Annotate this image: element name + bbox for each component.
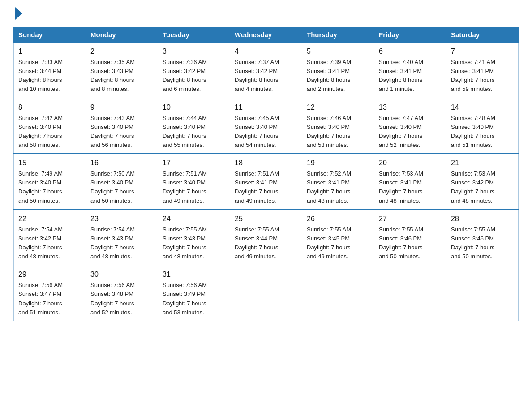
day-info: Sunrise: 7:49 AMSunset: 3:40 PMDaylight:…	[18, 170, 63, 204]
day-info: Sunrise: 7:55 AMSunset: 3:43 PMDaylight:…	[163, 226, 207, 260]
calendar-header-wednesday: Wednesday	[230, 27, 302, 43]
calendar-cell: 26Sunrise: 7:55 AMSunset: 3:45 PMDayligh…	[302, 210, 374, 265]
day-info: Sunrise: 7:39 AMSunset: 3:41 PMDaylight:…	[307, 59, 351, 92]
day-number: 17	[163, 158, 225, 168]
day-info: Sunrise: 7:33 AMSunset: 3:44 PMDaylight:…	[18, 59, 63, 92]
day-number: 30	[90, 269, 153, 280]
calendar-week-row: 15Sunrise: 7:49 AMSunset: 3:40 PMDayligh…	[14, 154, 519, 210]
calendar-header-row: SundayMondayTuesdayWednesdayThursdayFrid…	[14, 27, 519, 43]
day-number: 15	[18, 158, 81, 168]
calendar-cell: 18Sunrise: 7:51 AMSunset: 3:41 PMDayligh…	[230, 154, 302, 210]
day-number: 31	[163, 269, 225, 280]
calendar-cell: 14Sunrise: 7:48 AMSunset: 3:40 PMDayligh…	[446, 98, 519, 154]
calendar-cell	[374, 265, 446, 321]
calendar-cell: 17Sunrise: 7:51 AMSunset: 3:40 PMDayligh…	[158, 154, 230, 210]
day-number: 26	[307, 214, 369, 224]
day-info: Sunrise: 7:56 AMSunset: 3:49 PMDaylight:…	[163, 282, 207, 315]
calendar-week-row: 22Sunrise: 7:54 AMSunset: 3:42 PMDayligh…	[14, 210, 519, 265]
day-number: 20	[379, 158, 442, 168]
calendar-table: SundayMondayTuesdayWednesdayThursdayFrid…	[13, 27, 519, 321]
day-info: Sunrise: 7:55 AMSunset: 3:46 PMDaylight:…	[451, 226, 495, 260]
calendar-cell: 20Sunrise: 7:53 AMSunset: 3:41 PMDayligh…	[374, 154, 446, 210]
calendar-cell: 5Sunrise: 7:39 AMSunset: 3:41 PMDaylight…	[302, 43, 374, 98]
logo-arrow-icon	[15, 7, 22, 20]
day-number: 23	[90, 214, 153, 224]
day-info: Sunrise: 7:37 AMSunset: 3:42 PMDaylight:…	[235, 59, 279, 92]
calendar-cell: 27Sunrise: 7:55 AMSunset: 3:46 PMDayligh…	[374, 210, 446, 265]
day-number: 25	[235, 214, 297, 224]
day-number: 10	[163, 102, 225, 113]
calendar-cell: 31Sunrise: 7:56 AMSunset: 3:49 PMDayligh…	[158, 265, 230, 321]
calendar-cell: 21Sunrise: 7:53 AMSunset: 3:42 PMDayligh…	[446, 154, 519, 210]
day-info: Sunrise: 7:56 AMSunset: 3:48 PMDaylight:…	[90, 282, 135, 315]
day-number: 2	[90, 46, 153, 57]
day-info: Sunrise: 7:54 AMSunset: 3:42 PMDaylight:…	[18, 226, 63, 260]
calendar-cell: 2Sunrise: 7:35 AMSunset: 3:43 PMDaylight…	[86, 43, 158, 98]
day-info: Sunrise: 7:56 AMSunset: 3:47 PMDaylight:…	[18, 282, 63, 315]
calendar-cell: 13Sunrise: 7:47 AMSunset: 3:40 PMDayligh…	[374, 98, 446, 154]
calendar-week-row: 8Sunrise: 7:42 AMSunset: 3:40 PMDaylight…	[14, 98, 519, 154]
day-number: 3	[163, 46, 225, 57]
day-info: Sunrise: 7:55 AMSunset: 3:45 PMDaylight:…	[307, 226, 351, 260]
day-info: Sunrise: 7:40 AMSunset: 3:41 PMDaylight:…	[379, 59, 423, 92]
calendar-cell: 3Sunrise: 7:36 AMSunset: 3:42 PMDaylight…	[158, 43, 230, 98]
calendar-week-row: 29Sunrise: 7:56 AMSunset: 3:47 PMDayligh…	[14, 265, 519, 321]
day-info: Sunrise: 7:53 AMSunset: 3:42 PMDaylight:…	[451, 170, 495, 204]
day-info: Sunrise: 7:47 AMSunset: 3:40 PMDaylight:…	[379, 115, 423, 148]
day-info: Sunrise: 7:55 AMSunset: 3:46 PMDaylight:…	[379, 226, 423, 260]
day-number: 4	[235, 46, 297, 57]
calendar-cell: 1Sunrise: 7:33 AMSunset: 3:44 PMDaylight…	[14, 43, 86, 98]
calendar-cell: 10Sunrise: 7:44 AMSunset: 3:40 PMDayligh…	[158, 98, 230, 154]
day-number: 1	[18, 46, 81, 57]
day-info: Sunrise: 7:36 AMSunset: 3:42 PMDaylight:…	[163, 59, 207, 92]
calendar-cell: 7Sunrise: 7:41 AMSunset: 3:41 PMDaylight…	[446, 43, 519, 98]
calendar-cell: 11Sunrise: 7:45 AMSunset: 3:40 PMDayligh…	[230, 98, 302, 154]
day-info: Sunrise: 7:44 AMSunset: 3:40 PMDaylight:…	[163, 115, 207, 148]
day-number: 13	[379, 102, 442, 113]
calendar-header-saturday: Saturday	[446, 27, 519, 43]
calendar-header-sunday: Sunday	[14, 27, 86, 43]
calendar-cell: 8Sunrise: 7:42 AMSunset: 3:40 PMDaylight…	[14, 98, 86, 154]
calendar-cell: 15Sunrise: 7:49 AMSunset: 3:40 PMDayligh…	[14, 154, 86, 210]
day-number: 14	[451, 102, 514, 113]
calendar-cell: 23Sunrise: 7:54 AMSunset: 3:43 PMDayligh…	[86, 210, 158, 265]
calendar-cell	[302, 265, 374, 321]
day-number: 19	[307, 158, 369, 168]
day-number: 12	[307, 102, 369, 113]
day-number: 5	[307, 46, 369, 57]
calendar-cell: 12Sunrise: 7:46 AMSunset: 3:40 PMDayligh…	[302, 98, 374, 154]
day-number: 16	[90, 158, 153, 168]
calendar-header-monday: Monday	[86, 27, 158, 43]
day-info: Sunrise: 7:42 AMSunset: 3:40 PMDaylight:…	[18, 115, 63, 148]
calendar-header-tuesday: Tuesday	[158, 27, 230, 43]
day-number: 29	[18, 269, 81, 280]
day-info: Sunrise: 7:41 AMSunset: 3:41 PMDaylight:…	[451, 59, 495, 92]
calendar-header-friday: Friday	[374, 27, 446, 43]
day-number: 21	[451, 158, 514, 168]
logo	[13, 9, 22, 18]
day-info: Sunrise: 7:50 AMSunset: 3:40 PMDaylight:…	[90, 170, 135, 204]
day-number: 27	[379, 214, 442, 224]
calendar-cell: 9Sunrise: 7:43 AMSunset: 3:40 PMDaylight…	[86, 98, 158, 154]
day-info: Sunrise: 7:51 AMSunset: 3:40 PMDaylight:…	[163, 170, 207, 204]
day-number: 8	[18, 102, 81, 113]
calendar-cell: 16Sunrise: 7:50 AMSunset: 3:40 PMDayligh…	[86, 154, 158, 210]
day-info: Sunrise: 7:54 AMSunset: 3:43 PMDaylight:…	[90, 226, 135, 260]
day-info: Sunrise: 7:51 AMSunset: 3:41 PMDaylight:…	[235, 170, 279, 204]
calendar-cell: 24Sunrise: 7:55 AMSunset: 3:43 PMDayligh…	[158, 210, 230, 265]
day-info: Sunrise: 7:48 AMSunset: 3:40 PMDaylight:…	[451, 115, 495, 148]
day-info: Sunrise: 7:46 AMSunset: 3:40 PMDaylight:…	[307, 115, 351, 148]
calendar-cell: 25Sunrise: 7:55 AMSunset: 3:44 PMDayligh…	[230, 210, 302, 265]
day-number: 6	[379, 46, 442, 57]
calendar-header-thursday: Thursday	[302, 27, 374, 43]
day-info: Sunrise: 7:53 AMSunset: 3:41 PMDaylight:…	[379, 170, 423, 204]
calendar-cell: 29Sunrise: 7:56 AMSunset: 3:47 PMDayligh…	[14, 265, 86, 321]
page-header	[13, 9, 519, 18]
day-number: 24	[163, 214, 225, 224]
day-number: 9	[90, 102, 153, 113]
day-number: 11	[235, 102, 297, 113]
calendar-cell: 19Sunrise: 7:52 AMSunset: 3:41 PMDayligh…	[302, 154, 374, 210]
day-number: 7	[451, 46, 514, 57]
day-info: Sunrise: 7:55 AMSunset: 3:44 PMDaylight:…	[235, 226, 279, 260]
day-number: 18	[235, 158, 297, 168]
